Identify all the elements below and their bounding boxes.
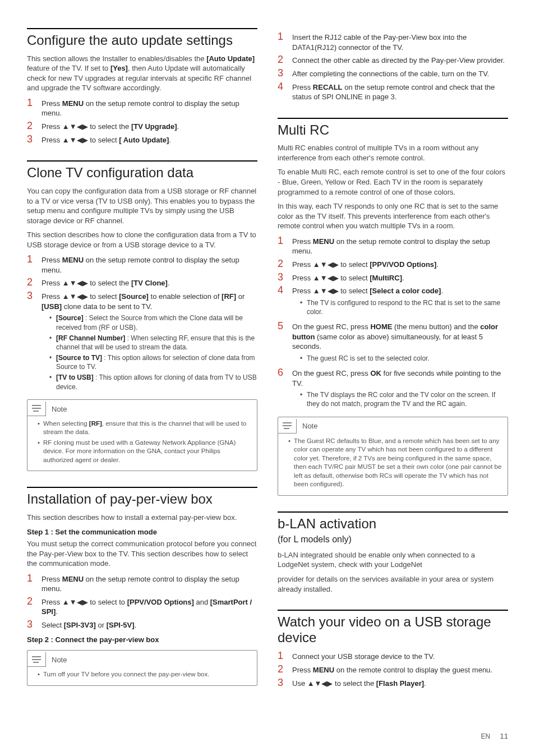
paragraph: You can copy the configuration data from… xyxy=(27,186,257,225)
step-text: Press MENU on the remote control to disp… xyxy=(292,664,508,675)
section-auto-update: Configure the auto update settings This … xyxy=(27,28,257,145)
bullet: [Source] : Select the Source from which … xyxy=(49,314,257,331)
heading-blan: b-LAN activation xyxy=(278,516,508,532)
step-text: Press MENU on the setup remote control t… xyxy=(41,98,257,118)
step-number: 1 xyxy=(27,254,36,265)
section-ppv-install: Installation of pay-per-view box This se… xyxy=(27,487,257,685)
bullet: The TV is configured to respond to the R… xyxy=(300,298,508,316)
step-number: 3 xyxy=(278,272,287,283)
section-clone-tv: Clone TV configuration data You can copy… xyxy=(27,160,257,471)
step-number: 2 xyxy=(278,259,287,270)
step-number: 3 xyxy=(278,677,287,689)
step-number: 2 xyxy=(27,596,36,607)
bullet: The TV displays the RC color and the TV … xyxy=(300,390,508,408)
paragraph: This section describes how to install a … xyxy=(27,513,257,523)
section-ppv-connect-steps: 1Insert the RJ12 cable of the Pay-per-Vi… xyxy=(278,31,508,102)
step-number: 3 xyxy=(278,68,287,79)
step-text: Connect the other cable as directed by t… xyxy=(292,54,508,66)
step2-heading: Step 2 : Connect the pay-per-view box xyxy=(27,635,257,645)
step-number: 1 xyxy=(27,98,36,109)
step-number: 1 xyxy=(278,651,287,662)
subtitle-blan: (for L models only) xyxy=(278,533,508,546)
intro-auto-update: This section allows the Installer to ena… xyxy=(27,54,257,93)
step-text: Press ▲▼◀▶ to select [PPV/VOD Options]. xyxy=(292,259,508,270)
step-text: Press MENU on the setup remote control t… xyxy=(41,254,257,275)
footer-page: 11 xyxy=(500,732,508,740)
note-label: Note xyxy=(52,404,67,414)
note-item: When selecting [RF], ensure that this is… xyxy=(38,420,251,437)
step-number: 4 xyxy=(278,285,287,296)
step-text: Press ▲▼◀▶ to select the [TV Upgrade]. xyxy=(41,121,257,132)
step-text: Press ▲▼◀▶ to select the [TV Clone]. xyxy=(41,277,257,288)
step-number: 6 xyxy=(278,367,287,379)
step-text: Press RECALL on the setup remote control… xyxy=(292,81,508,102)
note-label: Note xyxy=(52,655,67,665)
paragraph: In this way, each TV responds to only on… xyxy=(278,201,508,231)
step-number: 2 xyxy=(278,54,287,66)
paragraph: provider for details on the services ava… xyxy=(278,574,508,594)
section-multi-rc: Multi RC Multi RC enables control of mul… xyxy=(278,118,508,496)
page-footer: EN 11 xyxy=(481,731,508,741)
step-text: Use ▲▼◀▶ to select the [Flash Player]. xyxy=(292,677,508,689)
paragraph: b-LAN integrated should be enable only w… xyxy=(278,550,508,570)
step-number: 3 xyxy=(27,619,36,630)
footer-lang: EN xyxy=(481,732,491,740)
bullet: [Source to TV] : This option allows for … xyxy=(49,353,257,371)
note-icon xyxy=(278,419,297,434)
heading-auto-update: Configure the auto update settings xyxy=(27,33,257,48)
step-text: Press ▲▼◀▶ to select [MultiRC]. xyxy=(292,272,508,283)
paragraph: You must setup the correct communication… xyxy=(27,539,257,569)
note-box: Note The Guest RC defaults to Blue, and … xyxy=(278,417,508,496)
note-icon xyxy=(27,652,46,667)
note-item: The Guest RC defaults to Blue, and a rem… xyxy=(288,437,502,489)
step-number: 2 xyxy=(27,277,36,288)
heading-multi-rc: Multi RC xyxy=(278,122,508,138)
step-text: Press ▲▼◀▶ to select [Select a color cod… xyxy=(292,285,508,319)
step-text: Press MENU on the setup remote control t… xyxy=(41,573,257,594)
step-number: 2 xyxy=(27,121,36,132)
step-number: 1 xyxy=(27,573,36,584)
section-usb-video: Watch your video on a USB storage device… xyxy=(278,610,508,689)
step-text: Press ▲▼◀▶ to select [Source] to enable … xyxy=(41,291,257,394)
step-text: After completing the connections of the … xyxy=(292,68,508,79)
step-number: 1 xyxy=(278,236,287,247)
bullet: [RF Channel Number] : When selecting RF,… xyxy=(49,334,257,352)
note-item: Turn off your TV before you connect the … xyxy=(38,670,251,679)
step-number: 3 xyxy=(27,291,36,302)
note-box: Note When selecting [RF], ensure that th… xyxy=(27,399,257,472)
bullet: The guest RC is set to the selected colo… xyxy=(300,354,508,363)
step-text: On the guest RC, press OK for five secon… xyxy=(292,367,508,411)
paragraph: This section describes how to clone the … xyxy=(27,230,257,250)
step-text: Select [SPI-3V3] or [SPI-5V]. xyxy=(41,619,257,630)
heading-clone-tv: Clone TV configuration data xyxy=(27,165,257,181)
note-box: Note Turn off your TV before you connect… xyxy=(27,650,257,686)
paragraph: To enable Multi RC, each remote control … xyxy=(278,167,508,197)
step-number: 4 xyxy=(278,81,287,93)
section-blan: b-LAN activation (for L models only) b-L… xyxy=(278,511,508,594)
step-text: Press MENU on the setup remote control t… xyxy=(292,236,508,256)
note-label: Note xyxy=(302,421,317,431)
step1-heading: Step 1 : Set the communication mode xyxy=(27,527,257,537)
heading-ppv-install: Installation of pay-per-view box xyxy=(27,491,257,507)
step-text: On the guest RC, press HOME (the menu bu… xyxy=(292,321,508,365)
step-text: Press ▲▼◀▶ to select [ Auto Update]. xyxy=(41,134,257,145)
step-text: Connect your USB storage device to the T… xyxy=(292,651,508,662)
note-item: RF cloning must be used with a Gateway N… xyxy=(38,439,251,465)
step-number: 2 xyxy=(278,664,287,675)
step-text: Press ▲▼◀▶ to select to [PPV/VOD Options… xyxy=(41,596,257,617)
heading-usb-video: Watch your video on a USB storage device xyxy=(278,614,508,645)
step-text: Insert the RJ12 cable of the Pay-per-Vie… xyxy=(292,31,508,52)
step-number: 1 xyxy=(278,31,287,43)
step-number: 5 xyxy=(278,321,287,332)
step-number: 3 xyxy=(27,134,36,145)
bullet: [TV to USB] : This option allows for clo… xyxy=(49,373,257,391)
note-icon xyxy=(27,402,46,416)
paragraph: Multi RC enables control of multiple TVs… xyxy=(278,143,508,163)
